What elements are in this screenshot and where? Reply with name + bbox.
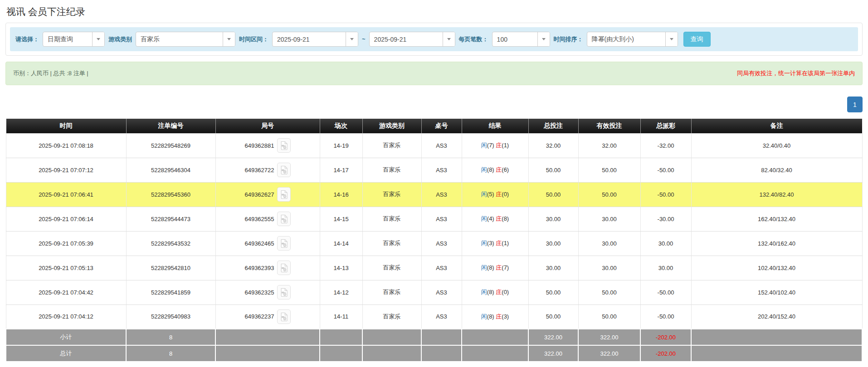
video-file-icon (280, 190, 288, 199)
cell-game-type: 百家乐 (362, 280, 421, 304)
round-id-value: 649362393 (244, 265, 274, 271)
cell-session: 14-11 (320, 304, 362, 329)
result-banker-score: (6) (502, 166, 509, 173)
result-player-label: 闲 (481, 264, 487, 271)
date-from-value: 2025-09-21 (273, 32, 346, 46)
chevron-down-icon (223, 32, 235, 46)
table-row: 2025-09-21 07:04:42 522829541859 6493623… (6, 280, 862, 304)
video-replay-button[interactable] (277, 309, 291, 324)
cell-total-bet-link[interactable]: 50.00 (528, 280, 578, 304)
cell-game-type: 百家乐 (362, 133, 421, 158)
table-row: 2025-09-21 07:08:18 522829548269 6493628… (6, 133, 862, 158)
search-button[interactable]: 查询 (683, 32, 711, 47)
footer-count: 8 (126, 329, 215, 345)
round-id-value: 649362881 (244, 142, 274, 149)
game-type-label: 游戏类别 (108, 35, 132, 43)
result-player-score: (8) (487, 289, 494, 295)
footer-valid-bet: 322.00 (578, 329, 640, 345)
cell-total-bet-link[interactable]: 30.00 (528, 256, 578, 280)
page-size-select[interactable]: 100 (492, 32, 550, 47)
result-player-label: 闲 (481, 142, 487, 149)
cell-bet-id: 522829546304 (126, 158, 215, 182)
cell-table-no: AS3 (421, 256, 462, 280)
result-player-label: 闲 (481, 313, 487, 320)
video-file-icon (280, 141, 288, 150)
table-row: 2025-09-21 07:04:12 522829540983 6493622… (6, 304, 862, 329)
cell-time: 2025-09-21 07:06:14 (6, 207, 126, 231)
cell-session: 14-19 (320, 133, 362, 158)
summary-note: 同局有效投注，统一计算在该局第一张注单内 (737, 69, 855, 77)
video-replay-button[interactable] (277, 163, 291, 177)
cell-valid-bet: 50.00 (578, 280, 640, 304)
date-from-input[interactable]: 2025-09-21 (272, 32, 358, 47)
video-replay-button[interactable] (277, 212, 291, 226)
date-to-input[interactable]: 2025-09-21 (369, 32, 455, 47)
cell-result: 闲(4) 庄(8) (462, 207, 528, 231)
cell-time: 2025-09-21 07:07:12 (6, 158, 126, 182)
footer-payout: -202.00 (640, 345, 691, 362)
cell-time: 2025-09-21 07:06:41 (6, 182, 126, 207)
footer-empty (462, 329, 528, 345)
cell-session: 14-16 (320, 182, 362, 207)
cell-table-no: AS3 (421, 207, 462, 231)
cell-game-type: 百家乐 (362, 207, 421, 231)
chevron-down-icon (92, 32, 104, 46)
sort-label: 时间排序： (554, 35, 583, 43)
cell-valid-bet: 30.00 (578, 207, 640, 231)
video-file-icon (280, 214, 288, 223)
cell-table-no: AS3 (421, 231, 462, 256)
cell-remark: 202.40/152.40 (691, 304, 862, 329)
video-replay-button[interactable] (277, 236, 291, 251)
cell-table-no: AS3 (421, 280, 462, 304)
video-replay-button[interactable] (277, 138, 291, 153)
page-size-value: 100 (493, 32, 537, 46)
table-footer-row: 小计 8 322.00 322.00 -202.00 (6, 329, 862, 345)
cell-table-no: AS3 (421, 158, 462, 182)
cell-time: 2025-09-21 07:05:39 (6, 231, 126, 256)
cell-total-bet-link[interactable]: 32.00 (528, 133, 578, 158)
pagination: 1 (5, 97, 863, 112)
cell-result: 闲(5) 庄(0) (462, 182, 528, 207)
result-banker-score: (7) (502, 264, 509, 271)
result-banker-label: 庄 (496, 191, 502, 198)
cell-table-no: AS3 (421, 133, 462, 158)
video-replay-button[interactable] (277, 285, 291, 299)
query-type-label: 请选择： (15, 35, 39, 43)
footer-empty (421, 345, 462, 362)
table-row: 2025-09-21 07:05:39 522829543532 6493624… (6, 231, 862, 256)
cell-total-bet-link[interactable]: 50.00 (528, 182, 578, 207)
cell-total-bet-link[interactable]: 50.00 (528, 304, 578, 329)
cell-result: 闲(8) 庄(0) (462, 280, 528, 304)
page: 视讯 会员下注纪录 请选择： 日期查询 游戏类别 百家乐 时间区间： 2025-… (0, 0, 868, 362)
header-cell: 总投注 (528, 119, 578, 133)
sort-value: 降幂(由大到小) (587, 32, 665, 46)
cell-game-type: 百家乐 (362, 304, 421, 329)
video-replay-button[interactable] (277, 187, 291, 202)
header-cell: 有效投注 (578, 119, 640, 133)
cell-total-bet-link[interactable]: 50.00 (528, 158, 578, 182)
header-cell: 备注 (691, 119, 862, 133)
cell-bet-id: 522829544473 (126, 207, 215, 231)
result-banker-label: 庄 (496, 289, 502, 295)
table-row: 2025-09-21 07:06:14 522829544473 6493625… (6, 207, 862, 231)
cell-bet-id: 522829542810 (126, 256, 215, 280)
sort-select[interactable]: 降幂(由大到小) (587, 32, 678, 47)
footer-empty (691, 329, 862, 345)
cell-time: 2025-09-21 07:04:12 (6, 304, 126, 329)
cell-payout: -32.00 (640, 133, 691, 158)
cell-round-id: 649362555 (215, 207, 320, 231)
video-replay-button[interactable] (277, 261, 291, 275)
game-type-select[interactable]: 百家乐 (136, 32, 235, 47)
result-player-score: (8) (487, 313, 494, 320)
footer-empty (320, 329, 362, 345)
page-button-1[interactable]: 1 (847, 97, 863, 112)
result-banker-label: 庄 (496, 240, 502, 246)
cell-remark: 32.40/0.40 (691, 133, 862, 158)
cell-total-bet-link[interactable]: 30.00 (528, 207, 578, 231)
cell-round-id: 649362465 (215, 231, 320, 256)
footer-empty (462, 345, 528, 362)
cell-result: 闲(3) 庄(1) (462, 231, 528, 256)
query-type-select[interactable]: 日期查询 (43, 32, 105, 47)
cell-total-bet-link[interactable]: 30.00 (528, 231, 578, 256)
cell-round-id: 649362237 (215, 304, 320, 329)
